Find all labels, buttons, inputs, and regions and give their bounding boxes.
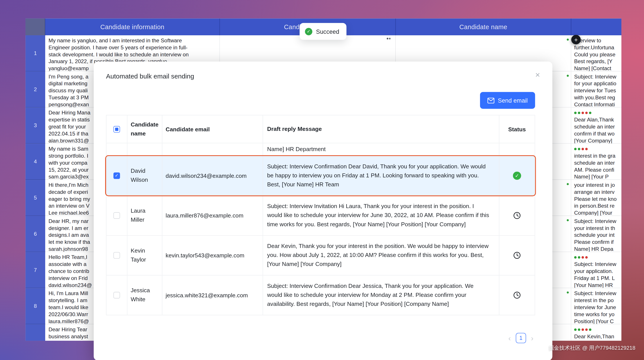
row-number-cell[interactable]: 1 [26, 35, 45, 71]
reply-preview-cell[interactable]: Subject: Interview interest in the po in… [571, 288, 622, 324]
modal-title: Automated bulk email sending [106, 73, 194, 80]
reply-preview-cell[interactable]: your interest in jo arrange an interv Pl… [571, 180, 622, 216]
send-email-button[interactable]: Send email [480, 92, 535, 109]
column-header-right[interactable] [571, 18, 622, 35]
option-dots-icon [574, 327, 620, 333]
cell-text: your interest in jo arrange an interv Pl… [574, 181, 620, 216]
row-number-cell[interactable]: 2 [26, 71, 45, 108]
option-dots-icon [574, 110, 620, 116]
option-dot-icon [567, 75, 569, 77]
select-all-corner[interactable] [26, 18, 45, 35]
candidate-name: David Wilson [127, 156, 162, 195]
row-checkbox[interactable] [114, 292, 120, 298]
row-checkbox[interactable] [114, 212, 120, 219]
candidate-name: Kevin Taylor [127, 235, 162, 275]
cell-text: Dear Alan,Thank schedule an inter confir… [574, 116, 620, 144]
status-pending-icon [513, 211, 521, 219]
draft-message: Subject: Interview Confirmation Dear Dav… [263, 156, 499, 195]
close-icon[interactable]: × [535, 71, 540, 79]
status-success-icon [513, 172, 521, 180]
table-row[interactable]: Laura Miller laura.miller876@example.com… [106, 196, 535, 235]
reply-preview-cell[interactable]: Dear Kevin,Than [571, 324, 622, 341]
cell-text: Subject: Interview your interest in th s… [574, 217, 620, 252]
screen: Candidate information Candidate email Ca… [0, 0, 644, 360]
success-check-icon [305, 28, 312, 35]
option-dots-icon [574, 254, 620, 260]
header-candidate-email: Candidate email [162, 115, 263, 143]
row-number-cell[interactable]: 5 [26, 180, 45, 216]
reply-preview-cell[interactable]: Dear Alan,Thank schedule an inter confir… [571, 108, 622, 144]
status-pending-icon [513, 251, 521, 259]
option-dots-icon [574, 146, 620, 152]
email-table: Candidate name Candidate email Draft rep… [106, 115, 535, 315]
prev-page-button[interactable]: ‹ [508, 334, 511, 342]
header-draft-reply-message: Draft reply Message [263, 115, 499, 143]
select-all-checkbox[interactable] [114, 126, 120, 132]
header-candidate-name: Candidate name [127, 115, 162, 143]
reply-preview-cell[interactable]: interest in the gra schedule an inter AM… [571, 144, 622, 180]
reply-preview-cell[interactable]: Subject: Interview for your applicatio i… [571, 71, 622, 108]
option-dot-icon [567, 291, 569, 293]
row-number-cell[interactable] [26, 324, 45, 341]
cell-text: interview to further.Unfortuna Could you… [574, 37, 620, 71]
row-checkbox[interactable] [114, 172, 120, 179]
cell-text: Subject: Interview interest in the po in… [574, 290, 620, 324]
candidate-name: Jessica White [127, 275, 162, 315]
row-checkbox[interactable] [114, 252, 120, 258]
option-dot-icon [567, 183, 569, 185]
partial-table-row: Name] HR Department [106, 143, 535, 156]
cell-text: interest in the gra schedule an inter AM… [574, 152, 620, 180]
toast-text: Succeed [316, 28, 339, 35]
draft-message: Subject: Interview Confirmation Dear Jes… [263, 275, 499, 315]
add-record-fab[interactable]: + [571, 35, 581, 44]
send-email-label: Send email [498, 97, 528, 104]
option-dot-icon [567, 219, 569, 221]
cell-text: Subject: Interview for your applicatio i… [574, 73, 620, 107]
table-row[interactable]: David Wilson david.wilson234@example.com… [106, 156, 535, 196]
reply-preview-cell[interactable]: Subject: Interview your interest in th s… [571, 216, 622, 252]
table-row[interactable]: Kevin Taylor kevin.taylor543@example.com… [106, 235, 535, 275]
success-toast: Succeed [300, 23, 346, 40]
cell-text: Subject: Interview your application. Fri… [574, 261, 620, 288]
candidate-name: Laura Miller [127, 196, 162, 235]
cell-text: Dear Kevin,Than [574, 333, 620, 340]
overflow-dots-icon [387, 38, 390, 39]
reply-preview-cell[interactable]: Subject: Interview your application. Fri… [571, 252, 622, 288]
bulk-email-modal: Automated bulk email sending × Send emai… [94, 62, 552, 360]
candidate-email: laura.miller876@example.com [162, 196, 263, 235]
table-header-row: Candidate name Candidate email Draft rep… [106, 115, 535, 143]
column-header-candidate-information[interactable]: Candidate information [45, 18, 220, 35]
table-row[interactable]: Jessica White jessica.white321@example.c… [106, 275, 535, 315]
envelope-icon [488, 98, 494, 103]
row-number-cell[interactable]: 7 [26, 252, 45, 288]
plus-icon: + [574, 36, 578, 43]
column-header-candidate-name[interactable]: Candidate name [396, 18, 571, 35]
row-number-cell[interactable]: 6 [26, 216, 45, 252]
partial-draft-text: Name] HR Department [263, 143, 499, 156]
draft-message: Dear Kevin, Thank you for your interest … [263, 235, 499, 275]
pagination: ‹ 1 › [508, 333, 533, 343]
status-pending-icon [513, 291, 521, 299]
option-dot-icon [567, 39, 569, 40]
header-status: Status [499, 115, 535, 143]
row-number-cell[interactable]: 4 [26, 144, 45, 180]
candidate-email: david.wilson234@example.com [162, 156, 263, 195]
candidate-email: kevin.taylor543@example.com [162, 235, 263, 275]
row-number-cell[interactable]: 8 [26, 288, 45, 324]
next-page-button[interactable]: › [531, 334, 533, 342]
watermark: 掘金技术社区 @ 用户779482129218 [548, 345, 635, 352]
candidate-email: jessica.white321@example.com [162, 275, 263, 315]
current-page[interactable]: 1 [516, 333, 526, 343]
row-number-cell[interactable]: 3 [26, 108, 45, 144]
draft-message: Subject: Interview Invitation Hi Laura, … [263, 196, 499, 235]
